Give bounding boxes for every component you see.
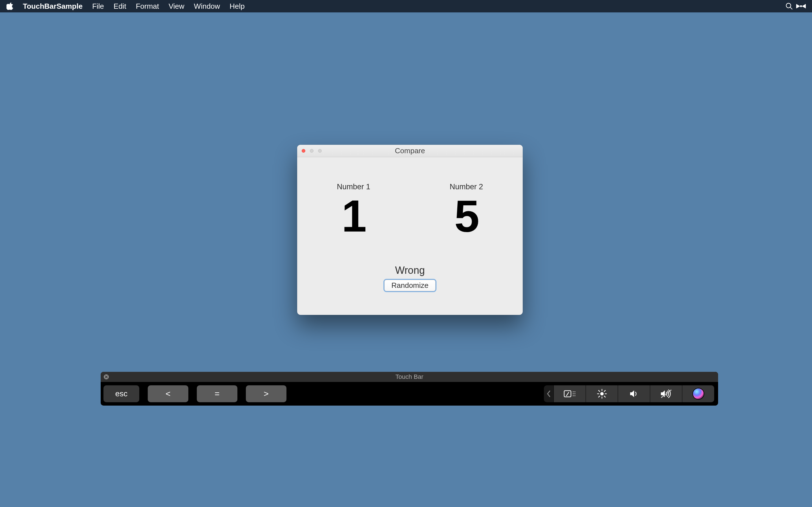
minimize-button[interactable] (310, 149, 313, 153)
number-2-column: Number 2 5 (410, 182, 523, 238)
menu-window[interactable]: Window (189, 0, 225, 12)
touchbar-header[interactable]: Touch Bar (101, 372, 718, 382)
search-icon (785, 2, 793, 10)
svg-point-5 (573, 392, 573, 392)
spotlight-search[interactable] (783, 0, 795, 12)
touchbar-strip: esc < = > (101, 382, 718, 406)
apple-icon (6, 3, 14, 10)
randomize-button[interactable]: Randomize (384, 280, 436, 291)
traffic-lights (302, 149, 322, 153)
svg-rect-2 (800, 5, 802, 7)
touchbar-title: Touch Bar (101, 373, 718, 381)
brightness-slider-icon (564, 389, 576, 399)
control-strip (544, 385, 714, 402)
window-title: Compare (297, 147, 523, 155)
titlebar[interactable]: Compare (297, 145, 523, 157)
number-1-label: Number 1 (337, 182, 370, 191)
svg-point-9 (573, 395, 573, 396)
svg-point-7 (573, 393, 573, 394)
bowtie-icon (796, 3, 806, 9)
mute-icon (660, 389, 673, 399)
svg-line-1 (790, 7, 792, 9)
volume-icon (629, 389, 639, 398)
brightness-up-button[interactable] (586, 385, 618, 402)
menubar: TouchBarSample File Edit Format View Win… (0, 0, 812, 12)
control-strip-expand[interactable] (544, 385, 553, 402)
volume-button[interactable] (618, 385, 650, 402)
menu-help[interactable]: Help (225, 0, 249, 12)
number-2-label: Number 2 (450, 182, 483, 191)
touchbar-esc-key[interactable]: esc (103, 385, 139, 402)
brightness-icon (597, 389, 607, 399)
result-label: Wrong (395, 265, 424, 276)
mute-button[interactable] (650, 385, 682, 402)
svg-line-18 (599, 396, 600, 397)
svg-line-17 (604, 396, 605, 397)
close-button[interactable] (302, 149, 305, 153)
menu-edit[interactable]: Edit (109, 0, 131, 12)
touchbar-less-than-key[interactable]: < (148, 385, 188, 402)
menu-file[interactable]: File (87, 0, 109, 12)
status-item[interactable] (795, 0, 807, 12)
touchbar-greater-than-key[interactable]: > (246, 385, 287, 402)
number-2-value: 5 (455, 193, 478, 238)
svg-point-10 (574, 395, 575, 396)
chevron-left-icon (546, 390, 551, 398)
menu-view[interactable]: View (164, 0, 189, 12)
siri-button[interactable] (682, 385, 714, 402)
svg-line-16 (599, 390, 600, 392)
number-1-column: Number 1 1 (297, 182, 410, 238)
menu-format[interactable]: Format (131, 0, 164, 12)
svg-point-11 (600, 392, 604, 395)
svg-point-6 (574, 392, 575, 392)
number-1-value: 1 (342, 193, 366, 238)
window-content: Number 1 1 Number 2 5 Wrong Randomize (297, 157, 523, 315)
close-icon (103, 374, 109, 380)
svg-point-8 (574, 393, 575, 394)
app-menu[interactable]: TouchBarSample (18, 0, 87, 12)
svg-line-19 (604, 390, 605, 392)
siri-icon (693, 388, 704, 400)
touchbar-window: Touch Bar esc < = > (101, 372, 718, 406)
touchbar-equals-key[interactable]: = (197, 385, 238, 402)
zoom-button[interactable] (318, 149, 322, 153)
brightness-down-button[interactable] (553, 385, 586, 402)
apple-menu[interactable] (5, 0, 15, 12)
compare-window: Compare Number 1 1 Number 2 5 Wrong Rand… (297, 145, 523, 315)
touchbar-close-button[interactable] (103, 374, 110, 380)
